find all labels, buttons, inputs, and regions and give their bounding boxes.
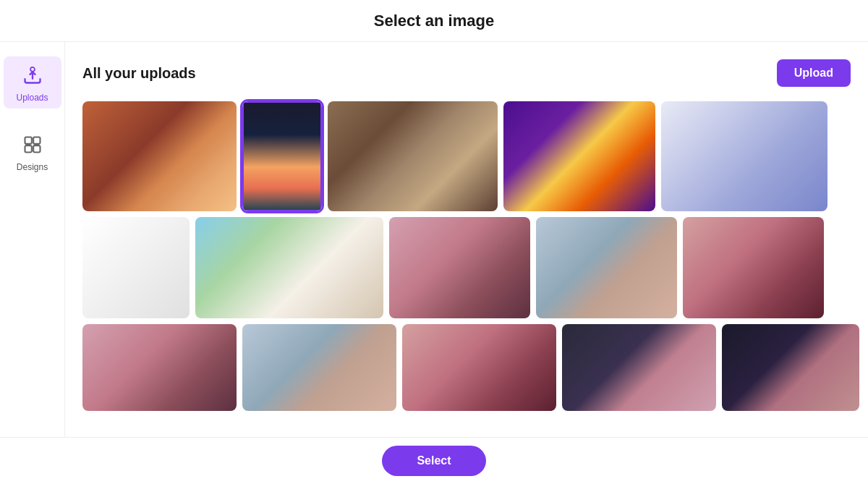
- sidebar: Uploads Designs: [0, 42, 65, 484]
- image-8[interactable]: [389, 217, 530, 318]
- sidebar-item-designs-label: Designs: [17, 162, 48, 172]
- upload-button[interactable]: Upload: [777, 59, 851, 87]
- uploads-icon: [20, 62, 46, 88]
- image-11[interactable]: [82, 324, 237, 411]
- image-2[interactable]: [242, 101, 322, 211]
- image-1[interactable]: [82, 101, 237, 211]
- image-15[interactable]: [722, 324, 859, 411]
- content-area: All your uploads Upload: [65, 42, 868, 484]
- image-4[interactable]: [503, 101, 655, 211]
- image-13[interactable]: [402, 324, 556, 411]
- image-12[interactable]: [242, 324, 396, 411]
- main-layout: Uploads Designs All your uploads Upload: [0, 42, 868, 484]
- svg-rect-4: [33, 145, 40, 152]
- svg-point-0: [30, 67, 35, 72]
- header: Select an image: [0, 0, 868, 42]
- content-header: All your uploads Upload: [82, 59, 851, 87]
- image-14[interactable]: [562, 324, 716, 411]
- sidebar-item-designs[interactable]: Designs: [4, 126, 61, 178]
- image-10[interactable]: [683, 217, 824, 318]
- designs-icon: [20, 132, 46, 158]
- grid-row-1: [82, 101, 851, 211]
- select-bar: Select: [0, 437, 868, 484]
- grid-row-3: [82, 324, 851, 411]
- sidebar-item-uploads-label: Uploads: [16, 93, 48, 103]
- image-3[interactable]: [328, 101, 498, 211]
- svg-rect-2: [33, 137, 40, 144]
- content-title: All your uploads: [82, 65, 196, 82]
- image-7[interactable]: [195, 217, 383, 318]
- grid-row-2: [82, 217, 851, 318]
- select-button[interactable]: Select: [382, 446, 485, 476]
- page-title: Select an image: [374, 12, 494, 30]
- image-5[interactable]: [661, 101, 827, 211]
- image-grid: [82, 101, 851, 411]
- sidebar-item-uploads[interactable]: Uploads: [4, 56, 61, 109]
- svg-rect-1: [25, 137, 31, 144]
- svg-rect-3: [25, 145, 31, 152]
- image-6[interactable]: [82, 217, 190, 318]
- image-9[interactable]: [536, 217, 677, 318]
